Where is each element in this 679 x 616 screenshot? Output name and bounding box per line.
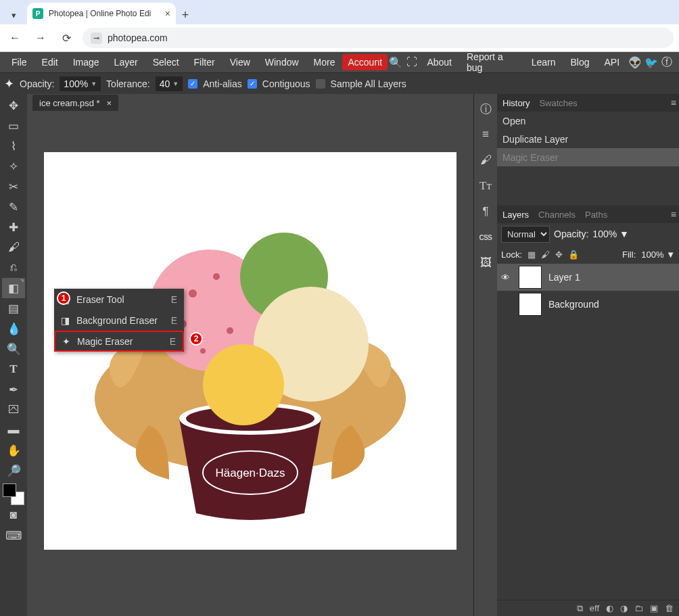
- new-layer-icon[interactable]: ▣: [650, 603, 658, 613]
- lock-position-icon[interactable]: ✥: [555, 250, 563, 260]
- reddit-icon[interactable]: 👽: [627, 53, 643, 71]
- layer-mask-icon[interactable]: ◐: [606, 603, 613, 613]
- eyedropper-tool[interactable]: ✎: [2, 197, 25, 217]
- layer-opacity-input[interactable]: 100% ▼: [592, 229, 629, 239]
- layer-thumbnail[interactable]: [519, 266, 542, 289]
- blend-mode-select[interactable]: Normal: [501, 226, 550, 243]
- tab-swatches[interactable]: Swatches: [539, 98, 577, 108]
- layer-row[interactable]: Background: [497, 291, 679, 318]
- contiguous-checkbox[interactable]: ✓: [248, 79, 257, 89]
- blur-tool[interactable]: 💧: [2, 318, 25, 339]
- character-panel-icon[interactable]: Tт: [476, 178, 495, 194]
- twitter-icon[interactable]: 🐦: [643, 53, 659, 71]
- close-document-icon[interactable]: ×: [107, 98, 112, 108]
- address-bar[interactable]: ⊸ photopea.com: [83, 28, 674, 48]
- menu-file[interactable]: File: [4, 53, 34, 71]
- browser-tab[interactable]: P Photopea | Online Photo Edi ×: [27, 3, 176, 24]
- menu-account[interactable]: Account: [342, 54, 388, 70]
- site-settings-icon[interactable]: ⊸: [91, 32, 102, 44]
- fill-input[interactable]: 100% ▼: [641, 250, 675, 260]
- marquee-tool[interactable]: ▭: [2, 116, 25, 136]
- path-select-tool[interactable]: ⮹: [2, 400, 25, 420]
- flyout-background-eraser[interactable]: ◨ Background Eraser E: [54, 310, 184, 331]
- visibility-icon[interactable]: 👁: [501, 273, 512, 283]
- info-panel-icon[interactable]: ⓘ: [476, 101, 495, 117]
- brush-panel-icon[interactable]: 🖌: [476, 152, 495, 168]
- brush-tool[interactable]: 🖌: [2, 237, 25, 258]
- menu-image[interactable]: Image: [66, 53, 107, 71]
- lock-all-icon[interactable]: 🔒: [568, 250, 579, 260]
- reload-button[interactable]: ⟳: [57, 28, 76, 47]
- link-layers-icon[interactable]: ⧉: [577, 603, 583, 614]
- lasso-tool[interactable]: ⌇: [2, 136, 25, 156]
- pen-tool[interactable]: ✒: [2, 379, 25, 400]
- layer-thumbnail[interactable]: [519, 293, 542, 316]
- foreground-color-swatch[interactable]: [3, 483, 16, 497]
- folder-icon[interactable]: 🗀: [634, 603, 643, 613]
- css-panel-icon[interactable]: CSS: [476, 229, 495, 245]
- link-about[interactable]: About: [419, 53, 459, 71]
- link-learn[interactable]: Learn: [524, 53, 563, 71]
- fullscreen-icon[interactable]: ⛶: [404, 53, 420, 71]
- flyout-eraser-tool[interactable]: ◧ Eraser Tool E: [54, 289, 184, 310]
- menu-edit[interactable]: Edit: [34, 53, 66, 71]
- anti-alias-checkbox[interactable]: ✓: [188, 79, 197, 89]
- wand-tool[interactable]: ✧: [2, 156, 25, 176]
- tab-list-dropdown[interactable]: ▾: [0, 5, 27, 24]
- hand-tool[interactable]: ✋: [2, 440, 25, 460]
- healing-tool[interactable]: ✚: [2, 217, 25, 237]
- move-tool[interactable]: ✥: [2, 95, 25, 116]
- layers-panel-menu-icon[interactable]: ≡: [671, 209, 676, 220]
- close-tab-icon[interactable]: ×: [165, 8, 170, 19]
- search-icon[interactable]: 🔍: [388, 53, 404, 71]
- delete-layer-icon[interactable]: 🗑: [665, 603, 674, 613]
- tab-layers[interactable]: Layers: [502, 210, 529, 220]
- gradient-tool[interactable]: ▤: [2, 298, 25, 318]
- adjustment-layer-icon[interactable]: ◑: [620, 603, 628, 613]
- crop-tool[interactable]: ✂: [2, 176, 25, 197]
- clone-tool[interactable]: ⎌: [2, 258, 25, 278]
- back-button[interactable]: ←: [5, 28, 24, 47]
- history-item[interactable]: Magic Eraser: [497, 148, 679, 166]
- link-blog[interactable]: Blog: [563, 53, 596, 71]
- adjust-panel-icon[interactable]: ≡: [476, 126, 495, 143]
- image-panel-icon[interactable]: 🖼: [476, 255, 495, 271]
- tab-paths[interactable]: Paths: [585, 210, 607, 220]
- forward-button[interactable]: →: [31, 28, 50, 47]
- dodge-tool[interactable]: 🔍: [2, 339, 25, 359]
- flyout-magic-eraser[interactable]: ✦ Magic Eraser E: [54, 331, 184, 352]
- sample-all-checkbox[interactable]: [316, 79, 325, 89]
- lock-transparent-icon[interactable]: ▦: [528, 250, 536, 260]
- shape-tool[interactable]: ▬: [2, 420, 25, 440]
- link-report-bug[interactable]: Report a bug: [459, 48, 524, 76]
- tolerance-input[interactable]: 40▼: [156, 76, 183, 91]
- facebook-icon[interactable]: ⓕ: [659, 53, 675, 71]
- tab-history[interactable]: History: [502, 98, 530, 108]
- link-api[interactable]: API: [596, 53, 627, 71]
- quick-mask-tool[interactable]: ◙: [2, 505, 25, 525]
- history-item[interactable]: Duplicate Layer: [497, 130, 679, 148]
- menu-layer[interactable]: Layer: [107, 53, 145, 71]
- menu-select[interactable]: Select: [145, 53, 187, 71]
- layer-row[interactable]: 👁 Layer 1: [497, 264, 679, 291]
- new-tab-button[interactable]: +: [176, 5, 195, 24]
- zoom-tool[interactable]: 🔎: [2, 460, 25, 481]
- history-item[interactable]: Open: [497, 112, 679, 130]
- tab-channels[interactable]: Channels: [538, 210, 576, 220]
- browser-tabstrip: ▾ P Photopea | Online Photo Edi × +: [0, 0, 679, 24]
- history-panel-menu-icon[interactable]: ≡: [671, 97, 676, 108]
- paragraph-panel-icon[interactable]: ¶: [476, 204, 495, 220]
- lock-pixels-icon[interactable]: 🖌: [541, 250, 550, 260]
- layer-options-row: Normal Opacity: 100% ▼: [497, 223, 679, 245]
- color-swatches[interactable]: [3, 483, 24, 505]
- layer-effects-icon[interactable]: eff: [590, 603, 599, 613]
- menu-window[interactable]: Window: [258, 53, 306, 71]
- keyboard-icon[interactable]: ⌨: [2, 525, 25, 546]
- document-tab[interactable]: ice cream.psd * ×: [32, 95, 118, 111]
- menu-view[interactable]: View: [223, 53, 258, 71]
- type-tool[interactable]: T: [2, 359, 25, 379]
- menu-filter[interactable]: Filter: [187, 53, 223, 71]
- opacity-input[interactable]: 100%▼: [60, 76, 101, 91]
- menu-more[interactable]: More: [306, 53, 343, 71]
- eraser-tool[interactable]: ◧: [2, 278, 25, 298]
